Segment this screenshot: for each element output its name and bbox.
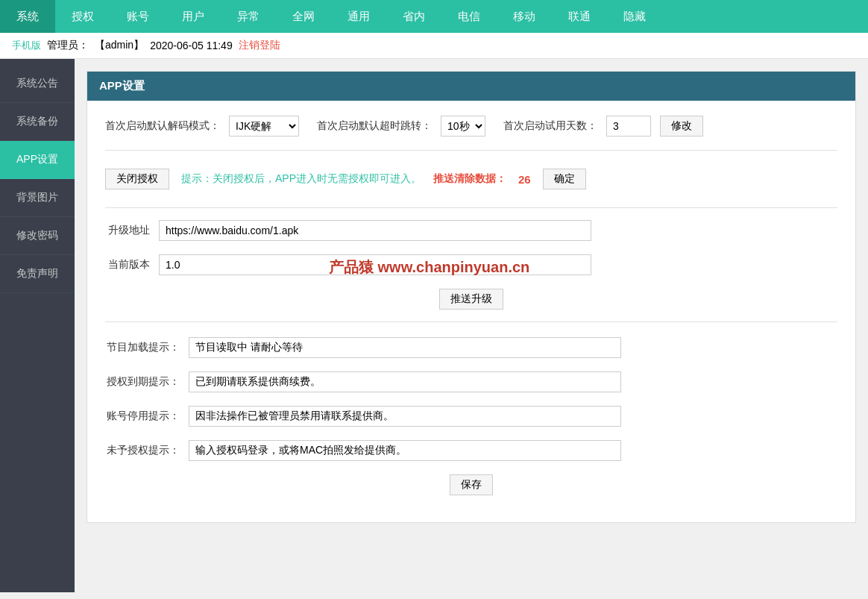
url-input[interactable] xyxy=(159,220,591,241)
push-upgrade-row: 推送升级 xyxy=(105,289,837,310)
admin-name: 【admin】 xyxy=(95,39,144,52)
account-disable-tip-input[interactable] xyxy=(189,406,621,427)
decode-select[interactable]: IJK硬解 IJK软解 ExoPlayer xyxy=(229,116,299,137)
nav-item-system[interactable]: 系统 xyxy=(0,0,55,33)
auth-hint: 提示：关闭授权后，APP进入时无需授权即可进入。 xyxy=(181,172,421,186)
push-data-label: 推送清除数据： xyxy=(433,172,506,186)
version-label: 当前版本 xyxy=(105,258,150,272)
no-auth-tip-input[interactable] xyxy=(189,440,621,461)
main-layout: 系统公告 系统备份 APP设置 背景图片 修改密码 免责声明 APP设置 首次启… xyxy=(0,59,868,592)
timeout-label: 首次启动默认超时跳转： xyxy=(317,119,432,133)
sidebar-item-announcement[interactable]: 系统公告 xyxy=(0,65,75,103)
loading-tip-label: 节目加载提示： xyxy=(105,341,180,354)
account-disable-tip-row: 账号停用提示： xyxy=(105,406,837,427)
nav-item-unicom[interactable]: 联通 xyxy=(552,0,607,33)
sidebar-item-disclaimer[interactable]: 免责声明 xyxy=(0,255,75,293)
sidebar: 系统公告 系统备份 APP设置 背景图片 修改密码 免责声明 xyxy=(0,59,75,592)
version-row: 当前版本 产品猿 www.chanpinyuan.cn xyxy=(105,254,837,275)
account-disable-tip-label: 账号停用提示： xyxy=(105,410,180,423)
nav-item-exception[interactable]: 异常 xyxy=(221,0,276,33)
auth-expire-tip-input[interactable] xyxy=(189,371,621,392)
logout-button[interactable]: 注销登陆 xyxy=(239,39,280,52)
nav-item-account[interactable]: 账号 xyxy=(110,0,166,33)
no-auth-tip-label: 未予授权提示： xyxy=(105,444,180,457)
url-label: 升级地址 xyxy=(105,224,150,237)
nav-item-allnet[interactable]: 全网 xyxy=(276,0,331,33)
trial-input[interactable] xyxy=(606,116,651,137)
push-count: 26 xyxy=(518,173,531,186)
sidebar-item-change-password[interactable]: 修改密码 xyxy=(0,217,75,255)
upgrade-url-row: 升级地址 xyxy=(105,220,837,241)
content-area: APP设置 首次启动默认解码模式： IJK硬解 IJK软解 ExoPlayer … xyxy=(75,59,868,592)
close-auth-button[interactable]: 关闭授权 xyxy=(105,169,169,189)
header-bar: 手机版 管理员： 【admin】 2020-06-05 11:49 注销登陆 xyxy=(0,33,868,59)
nav-item-user[interactable]: 用户 xyxy=(166,0,221,33)
top-nav: 系统 授权 账号 用户 异常 全网 通用 省内 电信 移动 联通 隐藏 xyxy=(0,0,868,33)
auth-expire-tip-row: 授权到期提示： xyxy=(105,371,837,392)
panel-body: 首次启动默认解码模式： IJK硬解 IJK软解 ExoPlayer 首次启动默认… xyxy=(87,101,855,522)
nav-item-auth[interactable]: 授权 xyxy=(55,0,110,33)
save-button[interactable]: 保存 xyxy=(450,474,493,495)
nav-item-telecom[interactable]: 电信 xyxy=(441,0,497,33)
timeout-select[interactable]: 10秒 5秒 15秒 20秒 30秒 xyxy=(441,116,485,137)
auth-expire-tip-label: 授权到期提示： xyxy=(105,375,180,389)
sidebar-item-background[interactable]: 背景图片 xyxy=(0,179,75,217)
admin-label: 管理员： xyxy=(47,39,89,52)
nav-item-mobile[interactable]: 移动 xyxy=(497,0,552,33)
nav-item-hidden[interactable]: 隐藏 xyxy=(607,0,662,33)
trial-label: 首次启动试用天数： xyxy=(503,119,597,133)
first-launch-row: 首次启动默认解码模式： IJK硬解 IJK软解 ExoPlayer 首次启动默认… xyxy=(105,116,837,137)
mobile-version-link[interactable]: 手机版 xyxy=(12,39,41,52)
modify-button[interactable]: 修改 xyxy=(660,116,703,137)
loading-tip-input[interactable] xyxy=(189,337,621,358)
panel-title: APP设置 xyxy=(87,72,855,101)
sidebar-item-backup[interactable]: 系统备份 xyxy=(0,103,75,141)
auth-row: 关闭授权 提示：关闭授权后，APP进入时无需授权即可进入。 推送清除数据： 26… xyxy=(105,163,837,195)
nav-item-province[interactable]: 省内 xyxy=(386,0,441,33)
nav-item-common[interactable]: 通用 xyxy=(331,0,386,33)
version-input[interactable] xyxy=(159,254,591,275)
confirm-button[interactable]: 确定 xyxy=(543,169,586,189)
tips-section: 节目加载提示： 授权到期提示： 账号停用提示： 未予授权提示： xyxy=(105,337,837,495)
no-auth-tip-row: 未予授权提示： xyxy=(105,440,837,461)
datetime: 2020-06-05 11:49 xyxy=(150,40,233,51)
save-row: 保存 xyxy=(105,474,837,495)
app-settings-panel: APP设置 首次启动默认解码模式： IJK硬解 IJK软解 ExoPlayer … xyxy=(87,71,856,523)
push-upgrade-button[interactable]: 推送升级 xyxy=(439,289,503,310)
loading-tip-row: 节目加载提示： xyxy=(105,337,837,358)
decode-label: 首次启动默认解码模式： xyxy=(105,119,220,133)
sidebar-item-app-settings[interactable]: APP设置 xyxy=(0,141,75,179)
upgrade-section: 升级地址 当前版本 产品猿 www.chanpinyuan.cn 推送升级 xyxy=(105,220,837,310)
